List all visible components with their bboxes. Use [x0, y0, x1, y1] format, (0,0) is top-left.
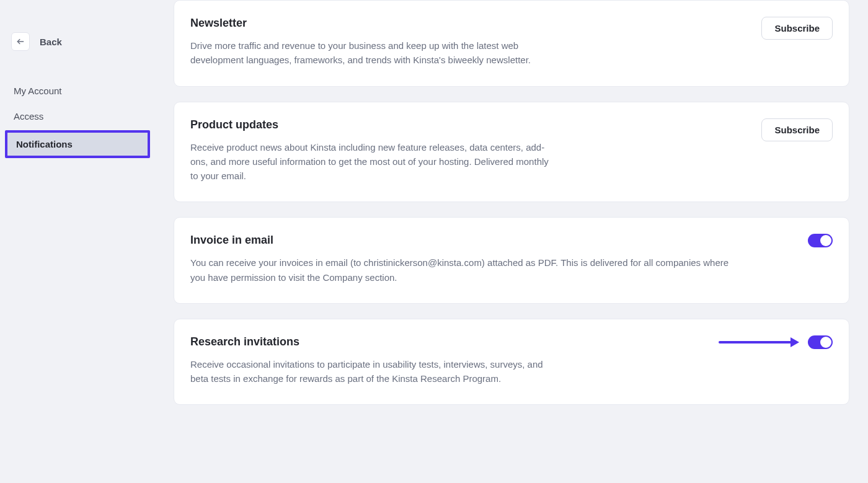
- card-product-updates-text: Product updates Receive product news abo…: [190, 118, 556, 184]
- card-invoice-text: Invoice in email You can receive your in…: [190, 234, 736, 285]
- card-research-text: Research invitations Receive occasional …: [190, 335, 556, 386]
- card-desc: Receive product news about Kinsta includ…: [190, 140, 556, 184]
- arrow-right-icon: [790, 337, 799, 347]
- back-label: Back: [40, 37, 62, 47]
- subscribe-button-newsletter[interactable]: Subscribe: [761, 17, 833, 40]
- card-desc: Drive more traffic and revenue to your b…: [190, 38, 556, 68]
- toggle-knob: [820, 235, 831, 246]
- back-button[interactable]: [11, 32, 30, 51]
- sidebar-item-my-account[interactable]: My Account: [0, 78, 155, 104]
- card-title: Newsletter: [190, 17, 556, 30]
- research-right-controls: [719, 335, 833, 349]
- card-research-invitations: Research invitations Receive occasional …: [174, 319, 849, 405]
- sidebar-item-notifications[interactable]: Notifications: [7, 133, 148, 156]
- toggle-invoice-email[interactable]: [808, 234, 833, 247]
- nav-list: My Account Access Notifications: [0, 78, 155, 158]
- card-invoice-email: Invoice in email You can receive your in…: [174, 217, 849, 304]
- card-title: Research invitations: [190, 335, 556, 348]
- annotation-arrow: [719, 337, 799, 347]
- sidebar: Back My Account Access Notifications: [0, 0, 155, 483]
- toggle-research-invitations[interactable]: [808, 335, 833, 349]
- toggle-knob: [820, 337, 831, 348]
- card-newsletter: Newsletter Drive more traffic and revenu…: [174, 0, 849, 87]
- arrow-left-icon: [16, 37, 25, 46]
- back-row: Back: [0, 32, 155, 51]
- arrow-line: [719, 341, 792, 343]
- card-title: Product updates: [190, 118, 556, 131]
- card-desc: Receive occasional invitations to partic…: [190, 357, 556, 386]
- subscribe-button-product-updates[interactable]: Subscribe: [761, 118, 833, 141]
- sidebar-item-notifications-highlight: Notifications: [5, 130, 150, 158]
- app-layout: Back My Account Access Notifications New…: [0, 0, 868, 483]
- main-content: Newsletter Drive more traffic and revenu…: [155, 0, 868, 483]
- card-title: Invoice in email: [190, 234, 736, 247]
- sidebar-item-access[interactable]: Access: [0, 104, 155, 129]
- card-desc: You can receive your invoices in email (…: [190, 255, 736, 285]
- card-newsletter-text: Newsletter Drive more traffic and revenu…: [190, 17, 556, 68]
- card-product-updates: Product updates Receive product news abo…: [174, 102, 849, 203]
